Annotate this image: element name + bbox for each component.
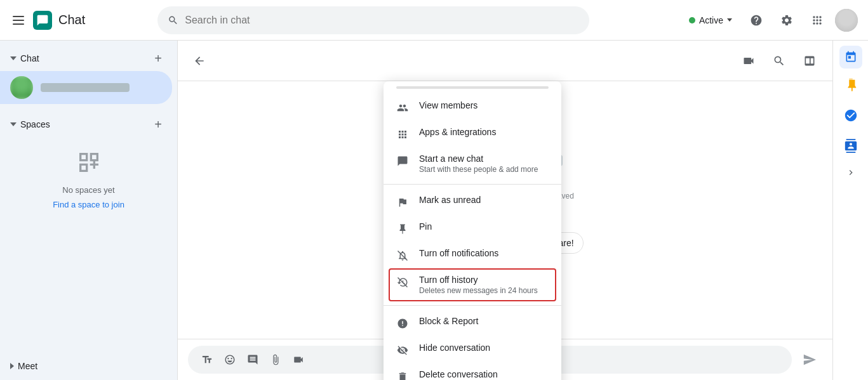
menu-item-hide-content: Hide conversation	[419, 343, 490, 353]
chat-avatar-image	[10, 76, 33, 99]
menu-divider-2	[384, 305, 561, 306]
flag-icon	[396, 196, 409, 209]
search-in-chat-button[interactable]	[766, 48, 792, 74]
menu-item-delete-content: Delete conversation	[419, 369, 498, 379]
menu-scroll-indicator	[396, 86, 549, 89]
format-text-button[interactable]	[198, 351, 216, 369]
back-button[interactable]	[188, 49, 211, 72]
sidebar-toggle-button[interactable]	[797, 48, 822, 74]
spaces-section-title: Spaces	[20, 119, 50, 129]
chat-section-header[interactable]: Chat +	[0, 46, 177, 71]
right-sidebar	[832, 41, 868, 380]
calendar-icon[interactable]	[839, 46, 862, 69]
menu-item-notif-label: Turn off notifications	[419, 248, 498, 258]
active-chevron-icon	[727, 18, 732, 22]
settings-button[interactable]	[774, 8, 799, 33]
find-space-link[interactable]: Find a space to join	[53, 200, 124, 209]
spaces-section-title-container: Spaces	[10, 119, 50, 129]
help-button[interactable]	[744, 8, 769, 33]
bell-off-icon	[396, 249, 409, 262]
chat-header-actions	[736, 48, 822, 74]
menu-item-delete-conversation[interactable]: Delete conversation	[384, 363, 561, 380]
user-avatar[interactable]	[835, 9, 858, 32]
topbar: Chat Active	[0, 0, 868, 41]
people-icon	[396, 102, 409, 114]
menu-item-mark-unread-content: Mark as unread	[419, 195, 481, 205]
menu-item-pin-label: Pin	[419, 221, 432, 232]
menu-item-hide-conversation[interactable]: Hide conversation	[384, 336, 561, 363]
chat-expand-icon	[10, 56, 17, 60]
spaces-expand-icon	[10, 122, 17, 126]
new-space-button[interactable]: +	[149, 115, 167, 133]
spaces-empty-icon	[76, 150, 102, 180]
menu-item-pin[interactable]: Pin	[384, 215, 561, 242]
new-chat-button[interactable]: +	[149, 49, 167, 67]
spaces-empty-state: No spaces yet Find a space to join	[0, 137, 177, 222]
menu-item-view-members-content: View members	[419, 100, 477, 110]
add-video-button[interactable]	[290, 351, 307, 369]
topbar-left: Chat	[10, 11, 150, 30]
sticker-button[interactable]	[244, 351, 262, 369]
history-off-icon	[396, 276, 409, 289]
video-add-icon	[293, 354, 304, 365]
chat-item-info	[41, 83, 162, 92]
emoji-button[interactable]	[221, 351, 239, 369]
active-label: Active	[699, 15, 723, 25]
menu-item-new-chat-label: Start a new chat	[419, 154, 538, 164]
video-camera-icon	[742, 55, 755, 67]
chat-header	[178, 41, 832, 81]
emoji-icon	[224, 354, 236, 365]
search-icon	[168, 15, 178, 26]
menu-item-turn-off-history[interactable]: Turn off history Deletes new messages in…	[389, 268, 556, 301]
meet-section-title-container: Meet	[10, 361, 37, 371]
hamburger-menu-icon[interactable]	[10, 13, 27, 27]
menu-item-block-report[interactable]: Block & Report	[384, 310, 561, 336]
sticker-icon	[247, 354, 258, 365]
chat-logo-svg	[36, 14, 49, 27]
chat-list-item[interactable]	[0, 71, 172, 104]
format-text-icon	[201, 354, 213, 365]
chat-main: HISTORY IS ON Messages sent with history…	[178, 41, 832, 380]
search-input[interactable]	[185, 15, 579, 26]
menu-item-block-content: Block & Report	[419, 316, 478, 326]
menu-item-new-chat-sub: Start with these people & add more	[419, 165, 538, 174]
active-dot	[689, 17, 695, 23]
meet-section-header[interactable]: Meet	[0, 357, 177, 375]
topbar-right: Active	[683, 8, 858, 33]
back-arrow-icon	[193, 55, 206, 67]
spaces-section-header[interactable]: Spaces +	[0, 112, 177, 137]
meet-expand-icon	[10, 363, 14, 369]
menu-item-history-content: Turn off history Deletes new messages in…	[419, 275, 538, 295]
attach-button[interactable]	[267, 351, 284, 369]
app-title: Chat	[58, 13, 85, 27]
menu-item-apps-integrations[interactable]: Apps & integrations	[384, 121, 561, 147]
app-logo	[33, 11, 52, 30]
search-icon	[773, 55, 785, 67]
apps-button[interactable]	[805, 8, 830, 33]
pin-icon	[396, 223, 409, 235]
keep-icon[interactable]	[837, 71, 865, 99]
active-status-btn[interactable]: Active	[683, 11, 738, 29]
search-bar[interactable]	[157, 6, 589, 34]
keep-svg	[844, 78, 858, 92]
menu-item-notif-content: Turn off notifications	[419, 248, 498, 258]
right-sidebar-expand-icon[interactable]	[841, 162, 861, 183]
context-dropdown-menu: View members Apps & integrations	[384, 81, 561, 380]
menu-item-block-label: Block & Report	[419, 316, 478, 326]
tasks-icon[interactable]	[837, 102, 865, 129]
sidebar: Chat + Spaces +	[0, 41, 178, 380]
menu-item-mark-unread-label: Mark as unread	[419, 195, 481, 205]
menu-item-start-new-chat[interactable]: Start a new chat Start with these people…	[384, 147, 561, 180]
meet-section-title: Meet	[18, 361, 37, 371]
video-call-button[interactable]	[736, 48, 761, 74]
menu-item-hide-label: Hide conversation	[419, 343, 490, 353]
send-button[interactable]	[797, 347, 822, 372]
chat-section-title: Chat	[20, 53, 39, 63]
help-icon	[750, 14, 763, 27]
calendar-svg	[845, 51, 857, 63]
contacts-icon[interactable]	[837, 132, 865, 160]
menu-item-view-members[interactable]: View members	[384, 94, 561, 121]
send-icon	[803, 353, 817, 367]
menu-item-mark-unread[interactable]: Mark as unread	[384, 188, 561, 215]
menu-item-turn-off-notifications[interactable]: Turn off notifications	[384, 242, 561, 268]
